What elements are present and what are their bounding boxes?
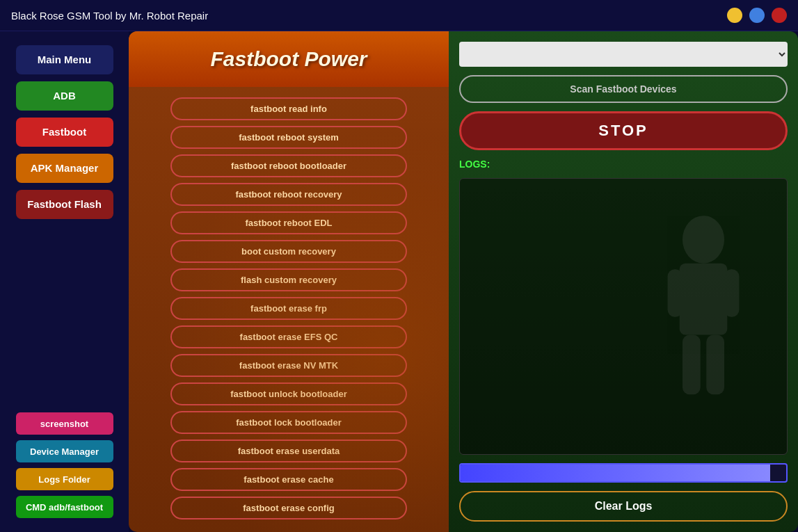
action-button-14[interactable]: fastboot erase config xyxy=(170,497,407,519)
action-button-0[interactable]: fastboot read info xyxy=(170,97,407,120)
action-button-8[interactable]: fastboot erase EFS QC xyxy=(170,325,407,348)
svg-rect-3 xyxy=(724,269,739,317)
svg-rect-4 xyxy=(683,335,701,395)
progress-bar-container xyxy=(459,463,788,483)
device-select-row xyxy=(459,42,788,67)
close-button[interactable] xyxy=(772,8,787,23)
right-panel: Scan Fastboot Devices STOP LOGS: Clear L… xyxy=(449,31,798,532)
action-button-4[interactable]: fastboot reboot EDL xyxy=(170,211,407,234)
action-button-13[interactable]: fastboot erase cache xyxy=(170,468,407,491)
action-button-1[interactable]: fastboot reboot system xyxy=(170,126,407,149)
app-title: Black Rose GSM Tool by Mr. Robot Repair xyxy=(11,10,208,22)
panel-title: Fastboot Power xyxy=(210,47,367,71)
watermark-image xyxy=(634,204,773,412)
action-buttons-list: fastboot read infofastboot reboot system… xyxy=(129,87,449,532)
action-button-3[interactable]: fastboot reboot recovery xyxy=(170,183,407,206)
sidebar: Main Menu ADB Fastboot APK Manager Fastb… xyxy=(0,31,129,532)
titlebar: Black Rose GSM Tool by Mr. Robot Repair xyxy=(0,0,798,31)
device-manager-button[interactable]: Device Manager xyxy=(16,440,113,462)
progress-bar-fill xyxy=(461,465,770,481)
cmd-button[interactable]: CMD adb/fastboot xyxy=(16,496,113,518)
scan-fastboot-button[interactable]: Scan Fastboot Devices xyxy=(459,75,788,103)
svg-rect-5 xyxy=(706,335,724,395)
action-button-7[interactable]: fastboot erase frp xyxy=(170,297,407,320)
sidebar-bottom: screenshot Device Manager Logs Folder CM… xyxy=(16,412,113,518)
minimize-button[interactable] xyxy=(727,8,742,23)
action-button-12[interactable]: fastboot erase userdata xyxy=(170,440,407,462)
action-button-5[interactable]: boot custom recovery xyxy=(170,240,407,263)
window-controls xyxy=(727,8,787,23)
adb-button[interactable]: ADB xyxy=(16,81,113,111)
apk-manager-button[interactable]: APK Manager xyxy=(16,154,113,183)
fastboot-flash-button[interactable]: Fastboot Flash xyxy=(16,190,113,219)
svg-rect-2 xyxy=(668,269,683,317)
left-panel-header: Fastboot Power xyxy=(129,31,449,87)
main-menu-button[interactable]: Main Menu xyxy=(16,45,113,74)
action-button-10[interactable]: fastboot unlock bootloader xyxy=(170,382,407,405)
stop-button[interactable]: STOP xyxy=(459,111,788,150)
main-content: Fastboot Power fastboot read infofastboo… xyxy=(129,31,798,532)
svg-point-0 xyxy=(683,216,724,264)
left-panel: Fastboot Power fastboot read infofastboo… xyxy=(129,31,449,532)
device-select[interactable] xyxy=(459,42,788,67)
clear-logs-button[interactable]: Clear Logs xyxy=(459,491,788,522)
action-button-6[interactable]: flash custom recovery xyxy=(170,268,407,291)
maximize-button[interactable] xyxy=(749,8,765,23)
screenshot-button[interactable]: screenshot xyxy=(16,412,113,435)
action-button-2[interactable]: fastboot reboot bootloader xyxy=(170,154,407,177)
action-button-9[interactable]: fastboot erase NV MTK xyxy=(170,354,407,377)
logs-label: LOGS: xyxy=(459,159,788,170)
action-button-11[interactable]: fastboot lock bootloader xyxy=(170,411,407,434)
svg-rect-1 xyxy=(680,264,728,335)
fastboot-button[interactable]: Fastboot xyxy=(16,118,113,147)
logs-folder-button[interactable]: Logs Folder xyxy=(16,468,113,490)
logs-area xyxy=(459,178,788,455)
